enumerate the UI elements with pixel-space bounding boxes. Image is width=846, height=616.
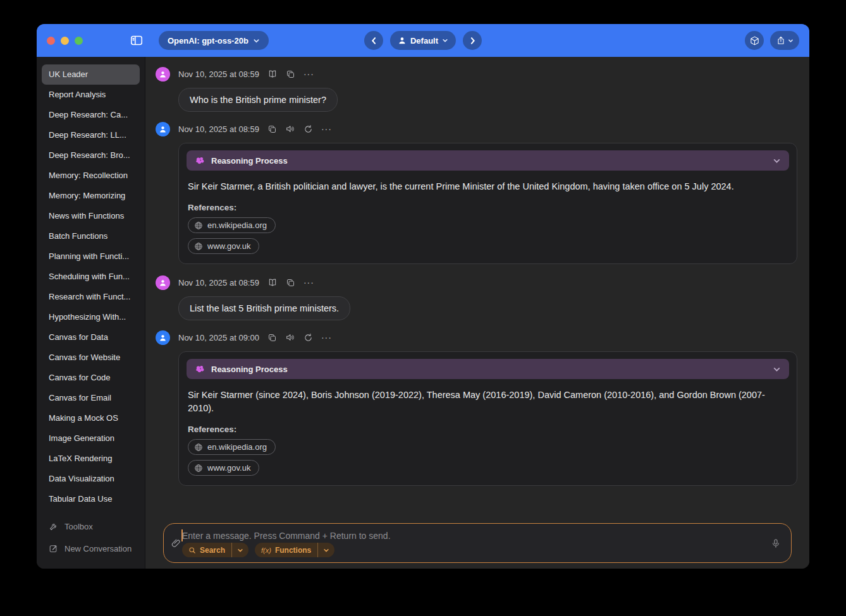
message-timestamp: Nov 10, 2025 at 08:59 <box>178 278 259 287</box>
reasoning-process-label: Reasoning Process <box>211 156 288 166</box>
sidebar-item-canvas-for-data[interactable]: Canvas for Data <box>42 327 140 347</box>
copy-icon[interactable] <box>286 278 295 287</box>
sidebar-item-memory-recollection[interactable]: Memory: Recollection <box>42 166 140 186</box>
person-icon <box>159 334 167 342</box>
chevron-down-icon <box>237 547 243 553</box>
speaker-icon[interactable] <box>285 124 295 134</box>
sidebar-item-tabular-data-use[interactable]: Tabular Data Use <box>42 489 140 509</box>
sidebar-item-hypothesizing-with[interactable]: Hypothesizing With... <box>42 307 140 327</box>
share-button[interactable] <box>770 31 799 50</box>
speaker-icon[interactable] <box>285 332 295 342</box>
toolbox-button[interactable]: Toolbox <box>42 516 140 538</box>
sidebar-item-news-with-functions[interactable]: News with Functions <box>42 206 140 226</box>
model-selector-button[interactable]: OpenAI: gpt-oss-20b <box>159 31 269 50</box>
sidebar-item-canvas-for-email[interactable]: Canvas for Email <box>42 388 140 408</box>
zoom-window-button[interactable] <box>75 37 83 45</box>
chat-main: Nov 10, 2025 at 08:59 ··· Who is the Bri… <box>145 57 809 569</box>
reasoning-process-toggle[interactable]: Reasoning Process <box>187 150 789 171</box>
sidebar-item-report-analysis[interactable]: Report Analysis <box>42 85 140 105</box>
functions-tool-dropdown[interactable] <box>317 543 334 557</box>
brain-icon <box>195 155 205 166</box>
reference-link[interactable]: en.wikipedia.org <box>188 217 276 233</box>
reference-link[interactable]: en.wikipedia.org <box>188 439 276 455</box>
assistant-response-card: Reasoning Process Sir Keir Starmer, a Br… <box>178 143 797 264</box>
sidebar-item-scheduling-with-functions[interactable]: Scheduling with Fun... <box>42 267 140 287</box>
regenerate-icon[interactable] <box>303 124 313 134</box>
user-avatar <box>156 275 170 290</box>
copy-icon[interactable] <box>267 124 277 134</box>
sidebar-item-batch-functions[interactable]: Batch Functions <box>42 226 140 246</box>
profile-selector-button[interactable]: Default <box>390 31 456 50</box>
search-tool-pill: Search <box>182 543 248 557</box>
sidebar-item-planning-with-functions[interactable]: Planning with Functi... <box>42 246 140 267</box>
assistant-avatar <box>156 330 170 345</box>
more-options-icon[interactable]: ··· <box>321 126 332 132</box>
message-list: Nov 10, 2025 at 08:59 ··· Who is the Bri… <box>145 57 809 486</box>
sidebar-item-deep-research-ca[interactable]: Deep Research: Ca... <box>42 105 140 125</box>
user-message-bubble: List the last 5 British prime ministers. <box>178 296 350 320</box>
attachment-icon[interactable] <box>171 538 181 548</box>
chevron-down-icon <box>442 37 448 44</box>
sidebar-item-canvas-for-code[interactable]: Canvas for Code <box>42 368 140 388</box>
person-icon <box>398 36 407 45</box>
chevron-down-icon <box>253 37 260 44</box>
reference-link[interactable]: www.gov.uk <box>188 460 259 476</box>
profile-label: Default <box>410 36 438 45</box>
copy-icon[interactable] <box>286 69 295 79</box>
close-window-button[interactable] <box>47 37 55 45</box>
reference-link-label: en.wikipedia.org <box>207 442 267 452</box>
search-tool-label: Search <box>200 546 225 555</box>
compose-icon <box>49 544 58 553</box>
sidebar-item-image-generation[interactable]: Image Generation <box>42 428 140 449</box>
functions-tool-pill: f(x) Functions <box>255 543 334 557</box>
back-button[interactable] <box>364 31 383 50</box>
toolbox-label: Toolbox <box>64 522 93 531</box>
search-tool-button[interactable]: Search <box>182 543 231 557</box>
composer-tools: Search f(x) Functions <box>182 543 334 557</box>
app-window: OpenAI: gpt-oss-20b Default <box>37 24 809 569</box>
sidebar-item-data-visualization[interactable]: Data Visualization <box>42 469 140 489</box>
reference-link[interactable]: www.gov.uk <box>188 238 259 254</box>
globe-icon <box>194 443 203 452</box>
copy-icon[interactable] <box>267 333 277 342</box>
more-options-icon[interactable]: ··· <box>303 279 314 286</box>
globe-icon <box>194 242 203 251</box>
titlebar-right-actions <box>745 31 799 50</box>
assistant-avatar <box>156 122 170 136</box>
regenerate-icon[interactable] <box>303 333 313 342</box>
sidebar-item-canvas-for-website[interactable]: Canvas for Website <box>42 347 140 368</box>
sidebar-item-deep-research-bro[interactable]: Deep Research: Bro... <box>42 145 140 166</box>
sidebar-item-making-a-mock-os[interactable]: Making a Mock OS <box>42 408 140 428</box>
conversation-list: UK Leader Report Analysis Deep Research:… <box>37 64 145 516</box>
reference-link-label: www.gov.uk <box>207 241 250 251</box>
sidebar-item-memory-memorizing[interactable]: Memory: Memorizing <box>42 186 140 206</box>
read-aloud-icon[interactable] <box>267 69 278 79</box>
globe-icon <box>194 221 203 230</box>
more-options-icon[interactable]: ··· <box>321 334 332 341</box>
user-message-bubble: Who is the British prime minister? <box>178 88 338 112</box>
more-options-icon[interactable]: ··· <box>303 71 314 77</box>
new-conversation-button[interactable]: New Conversation <box>42 538 140 560</box>
model-selector-label: OpenAI: gpt-oss-20b <box>168 36 248 45</box>
message-timestamp: Nov 10, 2025 at 08:59 <box>178 69 259 79</box>
sidebar-item-research-with-functions[interactable]: Research with Funct... <box>42 287 140 307</box>
sidebar-item-latex-rendering[interactable]: LaTeX Rendering <box>42 449 140 469</box>
reasoning-process-toggle[interactable]: Reasoning Process <box>187 359 789 379</box>
message-input[interactable] <box>182 529 753 543</box>
forward-button[interactable] <box>463 31 482 50</box>
titlebar: OpenAI: gpt-oss-20b Default <box>37 24 809 57</box>
minimize-window-button[interactable] <box>61 37 69 45</box>
reference-link-label: en.wikipedia.org <box>207 220 267 230</box>
toolbox-titlebar-button[interactable] <box>745 31 764 50</box>
message-timestamp: Nov 10, 2025 at 08:59 <box>178 124 259 134</box>
globe-icon <box>194 464 203 473</box>
chevron-left-icon <box>369 37 377 45</box>
search-tool-dropdown[interactable] <box>231 543 248 557</box>
sidebar-toggle-icon[interactable] <box>128 32 145 49</box>
sidebar-item-uk-leader[interactable]: UK Leader <box>42 64 140 85</box>
microphone-icon[interactable] <box>771 538 781 548</box>
sidebar-item-deep-research-ll[interactable]: Deep Research: LL... <box>42 125 140 145</box>
read-aloud-icon[interactable] <box>267 277 278 287</box>
assistant-text: Sir Keir Starmer, a British politician a… <box>188 180 788 193</box>
functions-tool-button[interactable]: f(x) Functions <box>255 543 317 557</box>
